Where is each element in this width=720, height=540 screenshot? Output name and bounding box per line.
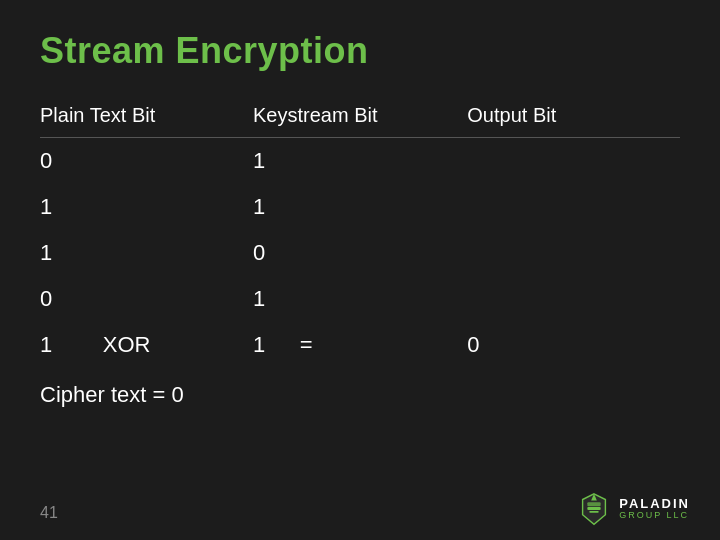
encryption-table: Plain Text Bit Keystream Bit Output Bit … — [40, 100, 680, 368]
col-header-keystream: Keystream Bit — [253, 100, 467, 138]
paladin-logo-icon — [575, 490, 613, 528]
output-bit-3 — [467, 230, 680, 276]
plain-bit-3: 1 — [40, 230, 253, 276]
svg-rect-2 — [589, 511, 599, 513]
output-bit-4 — [467, 276, 680, 322]
keystream-bit-2: 1 — [253, 184, 467, 230]
plain-bit-2: 1 — [40, 184, 253, 230]
logo-sub: GROUP LLC — [619, 511, 689, 521]
keystream-bit-1: 1 — [253, 138, 467, 185]
plain-bit-5-xor: 1 XOR — [40, 322, 253, 368]
keystream-bit-4: 1 — [253, 276, 467, 322]
logo-text-block: PALADIN GROUP LLC — [619, 497, 690, 521]
plain-bit-1: 0 — [40, 138, 253, 185]
logo-name: PALADIN — [619, 497, 690, 511]
logo: PALADIN GROUP LLC — [575, 490, 690, 528]
xor-label: XOR — [103, 332, 151, 357]
svg-rect-1 — [588, 507, 601, 510]
cipher-text: Cipher text = 0 — [40, 382, 680, 408]
plain-bit-4: 0 — [40, 276, 253, 322]
keystream-bit-5: 1 = — [253, 322, 467, 368]
col-header-plaintext: Plain Text Bit — [40, 100, 253, 138]
svg-rect-4 — [588, 502, 601, 506]
slide-number: 41 — [40, 504, 58, 522]
output-bit-1 — [467, 138, 680, 185]
output-bit-5: 0 — [467, 322, 680, 368]
table-container: Plain Text Bit Keystream Bit Output Bit … — [40, 100, 680, 368]
slide: Stream Encryption Plain Text Bit Keystre… — [0, 0, 720, 540]
col-header-output: Output Bit — [467, 100, 680, 138]
table-row: 1 1 — [40, 184, 680, 230]
equals-sign: = — [300, 332, 313, 357]
table-header-row: Plain Text Bit Keystream Bit Output Bit — [40, 100, 680, 138]
table-row: 0 1 — [40, 276, 680, 322]
table-row-xor: 1 XOR 1 = 0 — [40, 322, 680, 368]
slide-title: Stream Encryption — [40, 30, 680, 72]
table-row: 1 0 — [40, 230, 680, 276]
output-bit-2 — [467, 184, 680, 230]
table-row: 0 1 — [40, 138, 680, 185]
keystream-bit-3: 0 — [253, 230, 467, 276]
